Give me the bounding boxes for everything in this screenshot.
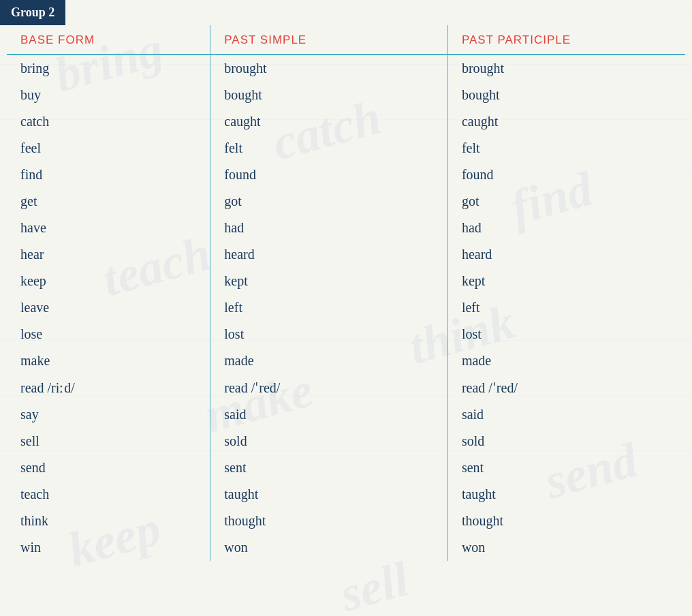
table-cell: felt	[447, 135, 685, 161]
table-cell: catch	[7, 108, 210, 135]
table-row: findfoundfound	[7, 161, 685, 188]
table-cell: bought	[210, 82, 448, 108]
verb-table: BASE FORM PAST SIMPLE PAST PARTICIPLE br…	[7, 25, 685, 561]
table-cell: had	[210, 215, 448, 241]
table-row: loselostlost	[7, 321, 685, 348]
table-body: bringbroughtbroughtbuyboughtboughtcatchc…	[7, 55, 685, 561]
table-cell: leave	[7, 294, 210, 321]
table-cell: left	[447, 294, 685, 321]
table-cell: found	[210, 161, 448, 188]
table-cell: sell	[7, 428, 210, 455]
table-cell: keep	[7, 268, 210, 294]
table-cell: sold	[447, 428, 685, 455]
table-row: makemademade	[7, 348, 685, 374]
table-cell: heard	[447, 241, 685, 268]
table-cell: send	[7, 455, 210, 481]
table-cell: lost	[210, 321, 448, 348]
table-cell: say	[7, 401, 210, 428]
table-cell: hear	[7, 241, 210, 268]
header-title: Group 2	[11, 5, 54, 19]
table-cell: read /riːd/	[7, 374, 210, 401]
table-cell: think	[7, 508, 210, 534]
table-row: sendsentsent	[7, 455, 685, 481]
table-cell: read /ˈred/	[210, 374, 448, 401]
table-cell: made	[447, 348, 685, 374]
table-cell: make	[7, 348, 210, 374]
col-header-past-simple: PAST SIMPLE	[210, 25, 448, 55]
table-cell: sent	[210, 455, 448, 481]
table-cell: read /ˈred/	[447, 374, 685, 401]
table-cell: buy	[7, 82, 210, 108]
table-header-row: BASE FORM PAST SIMPLE PAST PARTICIPLE	[7, 25, 685, 55]
table-cell: find	[7, 161, 210, 188]
table-cell: said	[447, 401, 685, 428]
table-cell: brought	[210, 55, 448, 82]
table-cell: kept	[210, 268, 448, 294]
table-row: havehadhad	[7, 215, 685, 241]
table-cell: had	[447, 215, 685, 241]
table-row: bringbroughtbrought	[7, 55, 685, 82]
table-cell: said	[210, 401, 448, 428]
table-cell: bought	[447, 82, 685, 108]
table-cell: thought	[447, 508, 685, 534]
table-row: teachtaughttaught	[7, 481, 685, 508]
table-cell: taught	[447, 481, 685, 508]
table-cell: left	[210, 294, 448, 321]
table-cell: sent	[447, 455, 685, 481]
table-cell: taught	[210, 481, 448, 508]
col-header-past-participle: PAST PARTICIPLE	[447, 25, 685, 55]
table-cell: teach	[7, 481, 210, 508]
table-cell: get	[7, 188, 210, 215]
table-cell: won	[447, 534, 685, 561]
table-cell: heard	[210, 241, 448, 268]
table-row: leaveleftleft	[7, 294, 685, 321]
table-row: keepkeptkept	[7, 268, 685, 294]
table-cell: have	[7, 215, 210, 241]
table-cell: made	[210, 348, 448, 374]
table-row: sellsoldsold	[7, 428, 685, 455]
table-row: saysaidsaid	[7, 401, 685, 428]
table-cell: thought	[210, 508, 448, 534]
table-cell: brought	[447, 55, 685, 82]
table-cell: bring	[7, 55, 210, 82]
table-row: thinkthoughtthought	[7, 508, 685, 534]
table-cell: lose	[7, 321, 210, 348]
table-row: winwonwon	[7, 534, 685, 561]
table-cell: feel	[7, 135, 210, 161]
table-cell: got	[447, 188, 685, 215]
col-header-base-form: BASE FORM	[7, 25, 210, 55]
table-row: feelfeltfelt	[7, 135, 685, 161]
table-cell: caught	[210, 108, 448, 135]
table-row: read /riːd/read /ˈred/read /ˈred/	[7, 374, 685, 401]
table-cell: kept	[447, 268, 685, 294]
table-row: hearheardheard	[7, 241, 685, 268]
table-row: catchcaughtcaught	[7, 108, 685, 135]
table-cell: win	[7, 534, 210, 561]
table-cell: caught	[447, 108, 685, 135]
table-cell: lost	[447, 321, 685, 348]
group-header: Group 2	[0, 0, 65, 25]
table-cell: found	[447, 161, 685, 188]
table-row: getgotgot	[7, 188, 685, 215]
vocabulary-table-container: BASE FORM PAST SIMPLE PAST PARTICIPLE br…	[0, 25, 692, 561]
table-cell: got	[210, 188, 448, 215]
table-cell: sold	[210, 428, 448, 455]
table-cell: felt	[210, 135, 448, 161]
table-row: buyboughtbought	[7, 82, 685, 108]
table-cell: won	[210, 534, 448, 561]
